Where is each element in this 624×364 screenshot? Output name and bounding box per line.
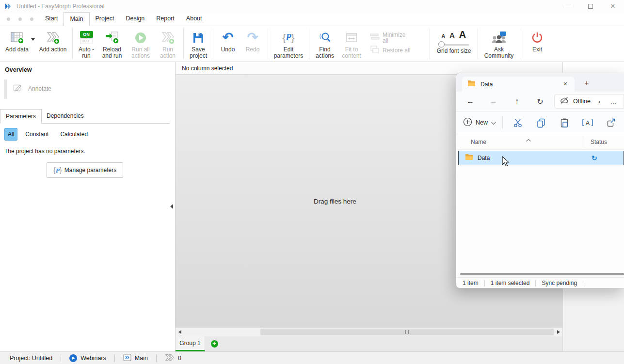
tab-start[interactable]: Start xyxy=(39,12,64,26)
column-header-name[interactable]: Name xyxy=(471,139,486,145)
add-action-button[interactable]: Add action xyxy=(36,26,70,62)
minimize-all-button[interactable]: Minimize all xyxy=(370,32,427,44)
explorer-horizontal-scrollbar[interactable] xyxy=(460,273,624,275)
rename-button[interactable]: A xyxy=(579,114,596,131)
overview-heading: Overview xyxy=(5,66,32,73)
canvas-horizontal-scrollbar[interactable] xyxy=(176,328,562,336)
exit-button[interactable]: Exit xyxy=(523,26,552,62)
quick-access-dot[interactable] xyxy=(18,17,22,21)
file-explorer-window: Data × + ← → ↑ ↻ Offline › … xyxy=(456,73,624,288)
parameter-filters: All Constant Calculated xyxy=(4,128,93,141)
tab-report[interactable]: Report xyxy=(150,12,180,26)
ribbon-separator xyxy=(268,29,268,59)
ask-community-icon xyxy=(490,29,508,47)
add-data-button[interactable]: Add data xyxy=(3,26,31,62)
column-divider[interactable] xyxy=(585,136,585,148)
address-overflow-icon[interactable]: … xyxy=(610,98,617,105)
column-header-text: No column selected xyxy=(182,65,233,72)
grid-font-size-control: A A A Grid font size xyxy=(432,26,475,62)
tab-project[interactable]: Project xyxy=(90,12,120,26)
new-tab-button[interactable]: + xyxy=(581,78,592,89)
run-all-actions-button[interactable]: Run all actions xyxy=(127,26,155,62)
paste-button[interactable] xyxy=(556,114,573,131)
find-actions-button[interactable]: Find actions xyxy=(312,26,338,62)
cut-button[interactable] xyxy=(510,114,526,131)
scroll-left-arrow[interactable] xyxy=(176,328,184,336)
address-bar[interactable]: Offline › … xyxy=(554,94,624,109)
annotate-pencil-icon xyxy=(13,83,22,94)
up-button[interactable]: ↑ xyxy=(510,94,524,109)
run-action-icon xyxy=(160,29,176,47)
undo-button[interactable]: ↶ Undo xyxy=(216,26,240,62)
ribbon-separator xyxy=(183,29,184,59)
window-arrange-group: Minimize all Restore all xyxy=(365,26,427,62)
tab-dependencies[interactable]: Dependencies xyxy=(42,109,89,123)
file-name: Data xyxy=(478,155,490,161)
redo-icon: ↷ xyxy=(247,31,258,44)
column-header-status[interactable]: Status xyxy=(591,139,607,145)
ask-community-button[interactable]: Ask Community xyxy=(480,26,517,62)
list-column-headers: Name Status xyxy=(456,134,624,150)
filter-all[interactable]: All xyxy=(4,128,17,141)
minimize-button[interactable]: — xyxy=(557,0,579,13)
tab-parameters[interactable]: Parameters xyxy=(0,109,42,124)
webinars-icon xyxy=(69,354,77,362)
file-row-selected[interactable]: Data ↻ xyxy=(458,151,624,165)
restore-all-button[interactable]: Restore all xyxy=(370,44,427,57)
explorer-nav-row: ← → ↑ ↻ Offline › … xyxy=(456,92,624,111)
sidebar-tabs: Parameters Dependencies xyxy=(0,109,170,124)
main-module-status[interactable]: Main xyxy=(123,354,148,363)
quick-access-dot[interactable] xyxy=(7,17,10,21)
quick-access-dot[interactable] xyxy=(30,17,33,21)
chevron-down-icon xyxy=(31,38,35,41)
maximize-button[interactable] xyxy=(579,0,602,13)
forward-button[interactable]: → xyxy=(486,94,501,109)
plus-icon: + xyxy=(211,340,218,348)
manage-parameters-button[interactable]: {P} Manage parameters xyxy=(47,162,123,178)
tab-close-icon[interactable]: × xyxy=(561,80,570,89)
restore-all-icon xyxy=(370,46,380,55)
fit-to-content-button[interactable]: Fit to content xyxy=(338,26,365,62)
tasks-chevrons-icon xyxy=(165,354,175,363)
edit-parameters-button[interactable]: {P} Edit parameters xyxy=(271,26,306,62)
running-tasks-status[interactable]: 0 xyxy=(165,354,181,363)
annotate-button[interactable]: Annotate xyxy=(13,83,51,94)
copy-button[interactable] xyxy=(533,114,549,131)
back-button[interactable]: ← xyxy=(463,94,478,109)
close-button[interactable]: × xyxy=(602,0,624,13)
quick-access-dots xyxy=(7,17,33,21)
sync-pending-icon: ↻ xyxy=(592,154,597,162)
grid-font-size-slider[interactable] xyxy=(438,41,469,48)
auto-run-toggle[interactable]: ON OFF Auto - run xyxy=(75,26,97,62)
save-project-button[interactable]: Save project xyxy=(186,26,210,62)
ribbon-separator xyxy=(213,29,213,59)
sidebar-collapse-handle[interactable] xyxy=(170,204,173,209)
scroll-right-arrow[interactable] xyxy=(554,328,562,336)
breadcrumb-chevron-icon[interactable]: › xyxy=(598,98,600,105)
cloud-offline-icon xyxy=(560,96,569,106)
tab-design[interactable]: Design xyxy=(120,12,150,26)
explorer-tab[interactable]: Data × xyxy=(462,77,575,92)
filter-constant[interactable]: Constant xyxy=(20,128,53,140)
share-button[interactable] xyxy=(603,114,619,131)
easymorph-logo-icon xyxy=(4,2,12,10)
exit-power-icon xyxy=(530,29,544,47)
redo-button[interactable]: ↷ Redo xyxy=(240,26,265,62)
tab-main[interactable]: Main xyxy=(64,12,89,26)
add-data-dropdown[interactable] xyxy=(31,26,36,62)
scrollbar-thumb[interactable] xyxy=(260,329,554,335)
run-action-button[interactable]: Run action xyxy=(155,26,181,62)
webinars-link[interactable]: Webinars xyxy=(69,354,106,362)
group-tab[interactable]: Group 1 xyxy=(176,336,205,351)
reload-and-run-icon xyxy=(104,29,120,47)
refresh-button[interactable]: ↻ xyxy=(533,94,547,109)
group-tab-strip: Group 1 + xyxy=(176,336,562,351)
reload-and-run-button[interactable]: Reload and run xyxy=(97,26,127,62)
undo-icon: ↶ xyxy=(223,31,234,44)
selected-count: 1 item selected xyxy=(491,280,530,286)
add-group-button[interactable]: + xyxy=(205,336,224,351)
filter-calculated[interactable]: Calculated xyxy=(55,128,93,140)
tab-about[interactable]: About xyxy=(180,12,208,26)
new-item-button[interactable]: New xyxy=(463,117,495,128)
slider-knob[interactable] xyxy=(438,41,445,47)
